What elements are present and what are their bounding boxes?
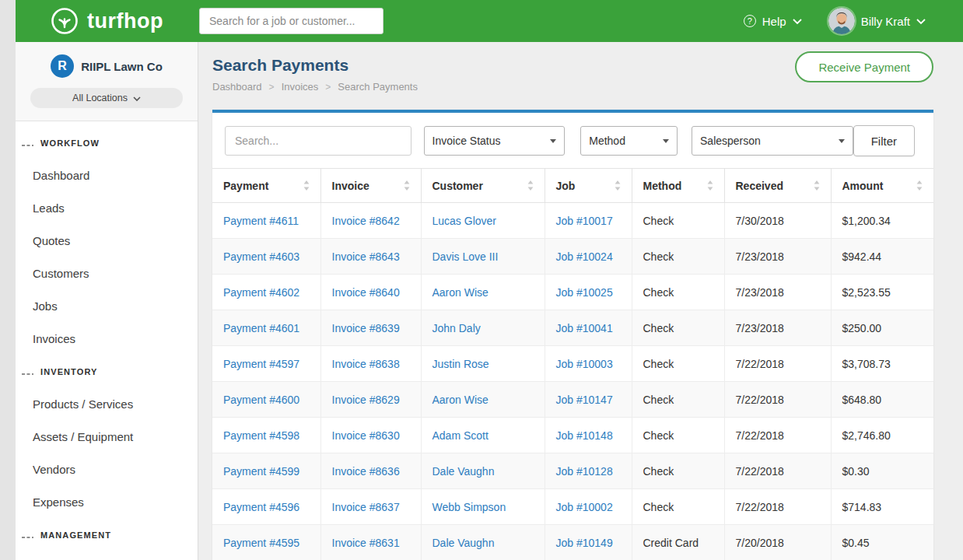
invoice-link[interactable]: Invoice #8643 bbox=[332, 250, 400, 263]
job-link[interactable]: Job #10148 bbox=[556, 429, 613, 442]
column-header-received[interactable]: Received bbox=[724, 169, 831, 203]
invoice-link[interactable]: Invoice #8637 bbox=[332, 501, 400, 513]
method-cell: Check bbox=[643, 322, 674, 334]
payment-link[interactable]: Payment #4595 bbox=[223, 537, 299, 549]
job-link[interactable]: Job #10041 bbox=[556, 322, 613, 334]
help-menu[interactable]: ? Help bbox=[744, 15, 802, 28]
column-header-amount[interactable]: Amount bbox=[831, 169, 933, 203]
user-menu[interactable]: Billy Kraft bbox=[828, 8, 926, 34]
column-header-invoice[interactable]: Invoice bbox=[320, 169, 421, 203]
customer-link[interactable]: Adam Scott bbox=[432, 429, 489, 442]
receive-payment-button[interactable]: Receive Payment bbox=[795, 51, 933, 82]
breadcrumb-dashboard[interactable]: Dashboard bbox=[212, 81, 262, 93]
section-dash-icon bbox=[22, 136, 33, 150]
table-row: Payment #4596Invoice #8637Webb SimpsonJo… bbox=[212, 489, 933, 525]
column-header-method[interactable]: Method bbox=[632, 169, 724, 203]
invoice-link[interactable]: Invoice #8639 bbox=[332, 322, 400, 334]
invoice-link[interactable]: Invoice #8638 bbox=[332, 358, 400, 370]
invoice-link[interactable]: Invoice #8642 bbox=[332, 215, 400, 227]
column-header-job[interactable]: Job bbox=[545, 169, 632, 203]
job-link[interactable]: Job #10003 bbox=[556, 358, 613, 370]
customer-link[interactable]: Dale Vaughn bbox=[432, 537, 495, 549]
column-label: Job bbox=[556, 180, 576, 192]
column-header-payment[interactable]: Payment bbox=[212, 169, 320, 203]
amount-cell: $0.45 bbox=[842, 537, 870, 549]
location-selector[interactable]: All Locations bbox=[30, 88, 183, 108]
payment-link[interactable]: Payment #4602 bbox=[223, 286, 299, 299]
payment-link[interactable]: Payment #4596 bbox=[223, 501, 299, 513]
customer-link[interactable]: Aaron Wise bbox=[432, 394, 489, 406]
table-search-input[interactable] bbox=[225, 126, 411, 156]
job-link[interactable]: Job #10024 bbox=[556, 250, 613, 263]
breadcrumb-invoices[interactable]: Invoices bbox=[282, 81, 319, 93]
table-cell: $0.45 bbox=[831, 525, 933, 560]
customer-link[interactable]: John Daly bbox=[432, 322, 481, 334]
invoice-link[interactable]: Invoice #8631 bbox=[332, 537, 400, 549]
job-link[interactable]: Job #10128 bbox=[556, 465, 613, 478]
payment-link[interactable]: Payment #4601 bbox=[223, 322, 299, 334]
table-cell: Payment #4599 bbox=[212, 453, 320, 489]
sidebar-item-leads[interactable]: Leads bbox=[16, 191, 198, 224]
method-cell: Check bbox=[643, 429, 674, 442]
main-content: Search Payments Dashboard > Invoices > S… bbox=[198, 42, 963, 560]
customer-link[interactable]: Justin Rose bbox=[432, 358, 489, 370]
invoice-link[interactable]: Invoice #8629 bbox=[332, 394, 400, 406]
table-cell: Job #10024 bbox=[545, 239, 632, 275]
sidebar-item-quotes[interactable]: Quotes bbox=[16, 224, 198, 257]
payment-link[interactable]: Payment #4599 bbox=[223, 465, 299, 478]
company-logo: R bbox=[51, 54, 74, 78]
payment-link[interactable]: Payment #4603 bbox=[223, 250, 299, 263]
sidebar-item-dashboard[interactable]: Dashboard bbox=[16, 159, 198, 191]
sidebar-item-assets-equipment[interactable]: Assets / Equipment bbox=[16, 420, 198, 453]
table-cell: Check bbox=[632, 203, 724, 239]
job-link[interactable]: Job #10149 bbox=[556, 537, 613, 549]
brand-logo[interactable]: turfhop bbox=[50, 6, 163, 36]
global-search-input[interactable] bbox=[199, 8, 383, 34]
customer-link[interactable]: Webb Simpson bbox=[432, 501, 506, 513]
invoice-link[interactable]: Invoice #8640 bbox=[332, 286, 400, 299]
job-link[interactable]: Job #10025 bbox=[556, 286, 613, 299]
method-cell: Credit Card bbox=[643, 537, 699, 549]
section-label: MANAGEMENT bbox=[40, 530, 111, 540]
select-arrow-icon bbox=[663, 139, 669, 143]
payment-link[interactable]: Payment #4597 bbox=[223, 358, 299, 370]
customer-link[interactable]: Dale Vaughn bbox=[432, 465, 495, 478]
payment-link[interactable]: Payment #4600 bbox=[223, 394, 299, 406]
company-selector[interactable]: R RIIPL Lawn Co bbox=[30, 54, 184, 78]
job-link[interactable]: Job #10002 bbox=[556, 501, 613, 513]
sidebar-section-inventory: INVENTORY bbox=[16, 356, 198, 387]
customer-link[interactable]: Davis Love III bbox=[432, 250, 499, 263]
invoice-status-label: Invoice Status bbox=[432, 135, 501, 147]
method-cell: Check bbox=[643, 215, 674, 227]
column-label: Received bbox=[736, 180, 783, 192]
method-cell: Check bbox=[643, 358, 674, 370]
chevron-down-icon bbox=[793, 19, 802, 25]
breadcrumb-separator: > bbox=[269, 82, 275, 93]
invoice-link[interactable]: Invoice #8630 bbox=[332, 429, 400, 442]
sidebar-item-jobs[interactable]: Jobs bbox=[16, 289, 198, 322]
filter-button[interactable]: Filter bbox=[853, 125, 915, 156]
sidebar-item-customers[interactable]: Customers bbox=[16, 257, 198, 289]
invoice-status-select[interactable]: Invoice Status bbox=[424, 126, 566, 156]
customer-link[interactable]: Lucas Glover bbox=[432, 215, 496, 227]
table-cell: Invoice #8638 bbox=[320, 346, 421, 382]
invoice-link[interactable]: Invoice #8636 bbox=[332, 465, 400, 478]
payment-link[interactable]: Payment #4611 bbox=[223, 215, 299, 227]
job-link[interactable]: Job #10017 bbox=[556, 215, 613, 227]
column-header-customer[interactable]: Customer bbox=[421, 169, 545, 203]
sidebar-item-invoices[interactable]: Invoices bbox=[16, 322, 198, 355]
salesperson-select[interactable]: Salesperson bbox=[692, 126, 853, 156]
table-cell: Payment #4611 bbox=[212, 203, 320, 239]
company-name: RIIPL Lawn Co bbox=[81, 60, 163, 73]
table-cell: Invoice #8636 bbox=[320, 453, 421, 489]
amount-cell: $0.30 bbox=[842, 465, 870, 478]
customer-link[interactable]: Aaron Wise bbox=[432, 286, 489, 299]
amount-cell: $2,746.80 bbox=[842, 429, 891, 442]
payment-link[interactable]: Payment #4598 bbox=[223, 429, 299, 442]
sidebar-item-expenses[interactable]: Expenses bbox=[16, 485, 198, 518]
table-cell: 7/30/2018 bbox=[724, 203, 831, 239]
sidebar-item-products-services[interactable]: Products / Services bbox=[16, 387, 198, 420]
job-link[interactable]: Job #10147 bbox=[556, 394, 613, 406]
sidebar-item-vendors[interactable]: Vendors bbox=[16, 453, 198, 485]
method-select[interactable]: Method bbox=[580, 126, 678, 156]
